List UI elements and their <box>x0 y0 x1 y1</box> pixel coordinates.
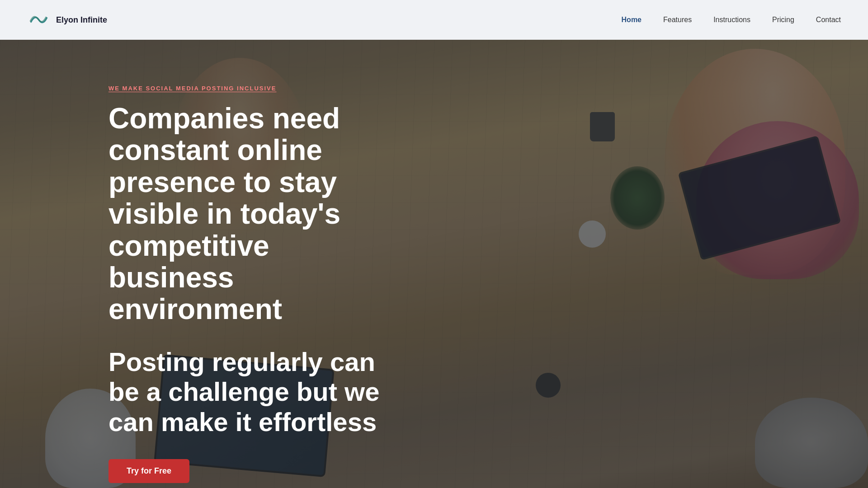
nav-item-home[interactable]: Home <box>622 16 642 24</box>
hero-headline: Companies need constant online presence … <box>108 103 362 325</box>
hero-tagline: WE MAKE SOCIAL MEDIA POSTING INCLUSIVE <box>108 85 868 92</box>
nav-link-instructions[interactable]: Instructions <box>713 16 750 23</box>
hero-subtext: Posting regularly can be a challenge but… <box>108 347 380 437</box>
nav-link-features[interactable]: Features <box>663 16 692 23</box>
nav-link-pricing[interactable]: Pricing <box>772 16 794 23</box>
hero-content: WE MAKE SOCIAL MEDIA POSTING INCLUSIVE C… <box>0 40 868 488</box>
logo-area: Elyon Infinite <box>27 8 107 32</box>
logo-icon <box>27 8 51 32</box>
navbar: Elyon Infinite Home Features Instruction… <box>0 0 868 40</box>
nav-item-features[interactable]: Features <box>663 16 692 24</box>
hero-section: WE MAKE SOCIAL MEDIA POSTING INCLUSIVE C… <box>0 0 868 488</box>
nav-item-contact[interactable]: Contact <box>816 16 841 24</box>
nav-link-home[interactable]: Home <box>622 16 642 23</box>
nav-link-contact[interactable]: Contact <box>816 16 841 23</box>
try-free-button[interactable]: Try for Free <box>108 459 189 483</box>
nav-item-pricing[interactable]: Pricing <box>772 16 794 24</box>
nav-item-instructions[interactable]: Instructions <box>713 16 750 24</box>
logo-text: Elyon Infinite <box>56 15 107 25</box>
nav-links: Home Features Instructions Pricing Conta… <box>622 16 841 24</box>
